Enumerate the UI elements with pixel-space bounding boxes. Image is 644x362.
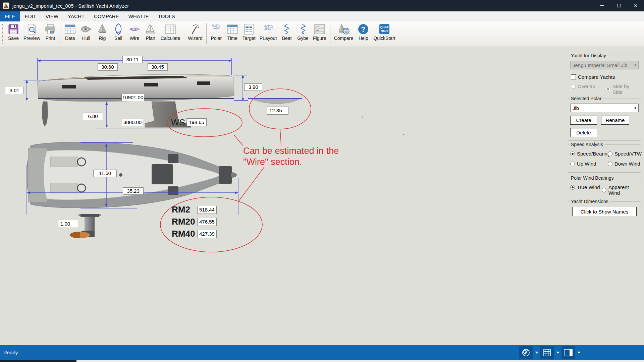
- dim-waterline-field[interactable]: 10901.00: [121, 94, 144, 101]
- menu-view[interactable]: VIEW: [41, 11, 63, 21]
- toolbar-sail-label: Sail: [114, 36, 122, 41]
- toolbar-calculate-button[interactable]: Calculate: [159, 23, 182, 41]
- plan-icon: [145, 23, 157, 35]
- toolbar-save-button[interactable]: Save: [5, 23, 21, 41]
- true-wind-radio[interactable]: True Wind: [570, 184, 600, 190]
- apparent-wind-label: Apparent Wind: [608, 184, 641, 196]
- up-wind-radio[interactable]: Up Wind: [570, 161, 596, 167]
- svg-text:Start: Start: [381, 29, 388, 33]
- speed-bearing-radio[interactable]: Speed/Bearing: [570, 151, 610, 157]
- close-icon: ✕: [634, 3, 638, 8]
- speed-vtw-label: Speed/VTW: [614, 151, 642, 157]
- svg-text:Quick: Quick: [380, 25, 389, 29]
- toolbar-wire-label: Wire: [129, 36, 139, 41]
- toolbar-target-button[interactable]: Target: [240, 23, 258, 41]
- down-wind-radio[interactable]: Down Wind: [608, 161, 640, 167]
- dim-scale-field[interactable]: 1.00: [58, 220, 78, 228]
- dim-loa-field[interactable]: 35.23: [123, 187, 144, 195]
- wire-icon: [128, 23, 141, 35]
- group-yacht-for-display: Yacht for Display Jengu Imperial Small J…: [568, 56, 641, 93]
- toolbar-sail-button[interactable]: Sail: [110, 23, 126, 41]
- toolbar-playout-button[interactable]: PLayout: [258, 23, 279, 41]
- toolbar-figure-button[interactable]: Figure: [311, 23, 328, 41]
- rm40-value-field[interactable]: 427.39: [197, 230, 217, 238]
- split-view-icon: [564, 348, 573, 357]
- rm20-value-field[interactable]: 476.55: [197, 218, 217, 226]
- radio-icon: [571, 84, 576, 89]
- up-wind-label: Up Wind: [577, 161, 596, 167]
- toolbar-hull-button[interactable]: Hull: [78, 23, 94, 41]
- sail-icon: [112, 23, 124, 35]
- grid-view-dropdown[interactable]: [555, 346, 560, 359]
- menu-whatif[interactable]: WHAT IF: [124, 11, 153, 21]
- create-button[interactable]: Create: [570, 116, 597, 125]
- menu-bar: FILE EDIT VIEW YACHT COMPARE WHAT IF TOO…: [0, 11, 644, 21]
- toolbar-figure-label: Figure: [313, 36, 326, 41]
- status-text: Ready: [3, 350, 18, 355]
- speed-vtw-radio[interactable]: Speed/VTW: [608, 151, 642, 157]
- dim-stern-height-field[interactable]: 3.01: [5, 87, 24, 94]
- status-bar: Ready: [0, 345, 644, 360]
- menu-file[interactable]: FILE: [0, 11, 20, 21]
- toolbar-polar-button[interactable]: Polar: [208, 23, 224, 41]
- compare-yachts-checkbox[interactable]: Compare Yachts: [571, 74, 615, 80]
- toolbar-grip[interactable]: [2, 24, 3, 44]
- yacht-display-combo-value: Jengu Imperial Small Jib: [573, 62, 627, 68]
- target-list-icon: [243, 23, 255, 35]
- dim-length-fwd-field[interactable]: 30.60: [98, 63, 118, 71]
- toolbar-time-button[interactable]: Time: [224, 23, 240, 41]
- toolbar-beat-button[interactable]: Beat: [279, 23, 295, 41]
- speed-bearing-label: Speed/Bearing: [577, 151, 610, 157]
- toolbar-help-button[interactable]: ? Help: [355, 23, 371, 41]
- delete-button[interactable]: Delete: [570, 128, 597, 137]
- polar-view-dropdown[interactable]: [534, 346, 539, 359]
- toolbar-quickstart-button[interactable]: Quick Start QuickStart: [371, 23, 397, 41]
- dim-section-field[interactable]: 12.35: [267, 107, 288, 115]
- beat-icon: [281, 23, 293, 35]
- menu-edit[interactable]: EDIT: [20, 11, 41, 21]
- close-button[interactable]: ✕: [627, 0, 644, 11]
- selected-polar-combo[interactable]: Jib ▾: [570, 104, 639, 112]
- down-wind-label: Down Wind: [614, 161, 640, 167]
- toolbar-quickstart-label: QuickStart: [373, 36, 395, 41]
- dim-bow-height-field[interactable]: 3.90: [244, 83, 262, 91]
- grid-view-button[interactable]: [540, 346, 554, 359]
- svg-text:?: ?: [361, 25, 366, 34]
- split-view-button[interactable]: [561, 346, 575, 359]
- annotation-note: Can be estimated in the "Wire" section.: [243, 145, 339, 168]
- toolbar-rig-button[interactable]: Rig: [94, 23, 110, 41]
- toolbar-gybe-button[interactable]: Gybe: [295, 23, 311, 41]
- toolbar-compare-button[interactable]: Compare: [332, 23, 356, 41]
- dim-length-total-field[interactable]: 30.11: [122, 56, 143, 63]
- menu-tools[interactable]: TOOLS: [153, 11, 180, 21]
- dim-draft-field[interactable]: 6.80: [83, 113, 103, 120]
- maximize-button[interactable]: [610, 0, 627, 11]
- dim-keel-field[interactable]: 3880.00: [122, 119, 143, 126]
- radio-icon: [608, 152, 612, 156]
- ws-value-field[interactable]: 198.65: [186, 118, 207, 126]
- rm2-value-field[interactable]: 518.44: [197, 206, 217, 214]
- polar-view-button[interactable]: [519, 346, 533, 359]
- toolbar-separator: [330, 23, 330, 44]
- toolbar-wizard-button[interactable]: Wizard: [186, 23, 205, 41]
- toolbar-data-label: Data: [65, 36, 75, 41]
- dim-beam-field[interactable]: 11.50: [93, 170, 117, 177]
- toolbar-wire-button[interactable]: Wire: [126, 23, 143, 41]
- toolbar-print-button[interactable]: Print: [42, 23, 58, 41]
- toolbar-preview-button[interactable]: Preview: [21, 23, 42, 41]
- show-names-button[interactable]: Click to Show Names: [572, 207, 637, 216]
- apparent-wind-radio[interactable]: Apparent Wind: [602, 184, 641, 196]
- chevron-down-icon: ▾: [634, 106, 636, 110]
- toolbar-plan-label: Plan: [146, 36, 155, 41]
- toolbar-data-button[interactable]: Data: [62, 23, 78, 41]
- toolbar-plan-button[interactable]: Plan: [143, 23, 159, 41]
- menu-yacht[interactable]: YACHT: [63, 11, 89, 21]
- dim-length-aft-field[interactable]: 30.45: [148, 63, 168, 71]
- rename-button[interactable]: Rename: [601, 116, 629, 125]
- split-view-dropdown[interactable]: [576, 346, 581, 359]
- minimize-button[interactable]: [594, 0, 610, 11]
- toolbar-preview-label: Preview: [23, 36, 40, 41]
- compare-yachts-label: Compare Yachts: [578, 74, 615, 80]
- menu-compare[interactable]: COMPARE: [89, 11, 124, 21]
- annotation-note-line2: "Wire" section.: [243, 157, 339, 168]
